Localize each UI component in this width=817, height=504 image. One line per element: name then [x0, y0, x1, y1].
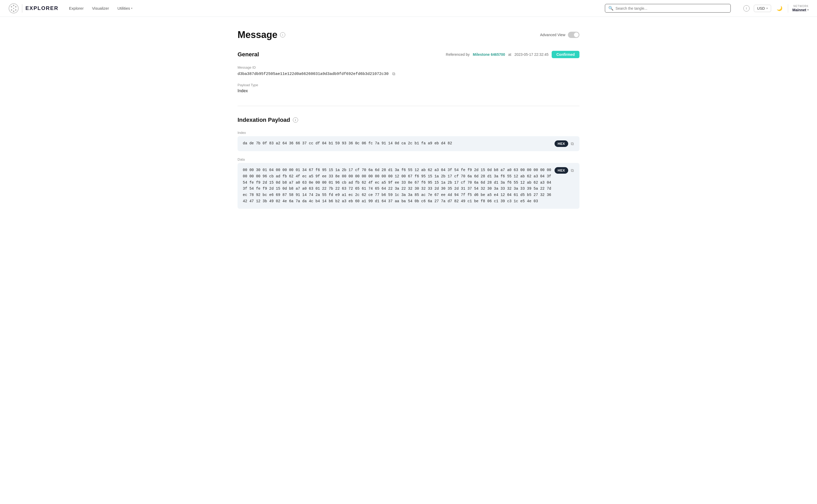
logo-text: EXPLORER	[25, 5, 58, 11]
indexation-info-icon: i	[295, 118, 296, 122]
currency-chevron-icon: ▾	[766, 7, 768, 10]
message-id-label: Message ID	[238, 65, 579, 69]
index-hex-value: da de 7b 0f 83 a2 64 36 66 37 cc df 04 b…	[243, 140, 551, 147]
general-section-title: General	[238, 51, 259, 58]
message-id-copy-button[interactable]: ⧉	[391, 71, 396, 77]
dark-mode-toggle[interactable]: 🌙	[775, 4, 784, 13]
network-selector[interactable]: NETWORK Mainnet ▾	[792, 5, 809, 12]
data-copy-button[interactable]: ⧉	[570, 168, 574, 173]
index-hex-badge: HEX	[554, 140, 568, 147]
data-hex-badge: HEX	[554, 167, 568, 174]
nav-link-utilities[interactable]: Utilities ▾	[117, 6, 132, 10]
logo-divider	[22, 4, 22, 13]
referenced-by-label: Referenced by	[446, 52, 470, 57]
message-id-value: d3ba387db95f2505ae11e122d0a66260031a9d3a…	[238, 71, 579, 77]
data-field: Data 00 00 30 01 04 00 00 00 01 34 67 f6…	[238, 157, 579, 209]
data-hex-value: 00 00 30 01 04 00 00 00 01 34 67 f6 95 1…	[243, 167, 551, 205]
page-title-row: Message i Advanced View	[238, 29, 579, 40]
info-icon: i	[746, 7, 747, 10]
search-info-button[interactable]: i	[743, 5, 750, 12]
advanced-view-label: Advanced View	[540, 33, 565, 37]
main-content: Message i Advanced View General Referenc…	[225, 17, 592, 234]
general-section-header: General Referenced by Milestone 6465700 …	[238, 51, 579, 58]
section-divider	[238, 106, 579, 106]
nav-divider	[788, 4, 788, 13]
indexation-payload-section: Indexation Payload i Index da de 7b 0f 8…	[238, 117, 579, 209]
data-copy-icon: ⧉	[571, 168, 574, 173]
page-title-info-button[interactable]: i	[280, 32, 285, 37]
search-input[interactable]	[616, 6, 727, 10]
payload-type-field: Payload Type Index	[238, 83, 579, 93]
moon-icon: 🌙	[777, 6, 782, 11]
svg-point-6	[11, 6, 12, 7]
svg-point-3	[15, 9, 17, 10]
timestamp: 2023-05-17 22:32:45	[514, 52, 548, 57]
indexation-payload-title-row: Indexation Payload i	[238, 117, 579, 123]
svg-point-2	[15, 6, 17, 7]
iota-logo-icon	[8, 3, 19, 14]
index-hex-actions: HEX ⧉	[554, 140, 574, 147]
copy-icon: ⧉	[392, 72, 395, 76]
data-hex-box: 00 00 30 01 04 00 00 00 01 34 67 f6 95 1…	[238, 163, 579, 209]
page-title-info-icon: i	[282, 33, 283, 36]
general-section-meta: Referenced by Milestone 6465700 at 2023-…	[446, 51, 579, 58]
data-label: Data	[238, 157, 579, 161]
payload-type-label: Payload Type	[238, 83, 579, 87]
index-copy-button[interactable]: ⧉	[570, 141, 574, 147]
data-hex-actions: HEX ⧉	[554, 167, 574, 174]
indexation-payload-title: Indexation Payload	[238, 117, 290, 123]
index-hex-box: da de 7b 0f 83 a2 64 36 66 37 cc df 04 b…	[238, 136, 579, 151]
search-bar[interactable]: 🔍	[605, 4, 731, 13]
currency-selector[interactable]: USD ▾	[754, 5, 771, 12]
indexation-payload-info-button[interactable]: i	[293, 117, 298, 123]
utilities-chevron-icon: ▾	[131, 7, 132, 10]
general-section: General Referenced by Milestone 6465700 …	[238, 51, 579, 93]
nav-link-explorer[interactable]: Explorer	[69, 6, 84, 10]
index-copy-icon: ⧉	[571, 141, 574, 146]
at-label: at	[508, 52, 511, 57]
svg-point-4	[13, 10, 14, 12]
nav-right: i USD ▾ 🌙 NETWORK Mainnet ▾	[743, 4, 809, 13]
advanced-view-row: Advanced View	[540, 32, 579, 38]
message-id-field: Message ID d3ba387db95f2505ae11e122d0a66…	[238, 65, 579, 77]
page-title: Message	[238, 29, 278, 40]
advanced-view-toggle[interactable]	[568, 32, 579, 38]
logo[interactable]: EXPLORER	[8, 3, 58, 14]
svg-point-1	[13, 5, 14, 6]
page-title-group: Message i	[238, 29, 285, 40]
svg-point-5	[11, 9, 12, 10]
milestone-link[interactable]: Milestone 6465700	[473, 52, 505, 57]
payload-type-value: Index	[238, 89, 579, 93]
network-chevron-icon: ▾	[807, 8, 809, 11]
search-icon: 🔍	[608, 6, 614, 11]
index-field: Index da de 7b 0f 83 a2 64 36 66 37 cc d…	[238, 131, 579, 151]
nav-link-visualizer[interactable]: Visualizer	[92, 6, 109, 10]
nav-links: Explorer Visualizer Utilities ▾	[69, 6, 132, 10]
confirmed-badge: Confirmed	[552, 51, 579, 58]
svg-point-7	[13, 8, 14, 9]
index-label: Index	[238, 131, 579, 135]
